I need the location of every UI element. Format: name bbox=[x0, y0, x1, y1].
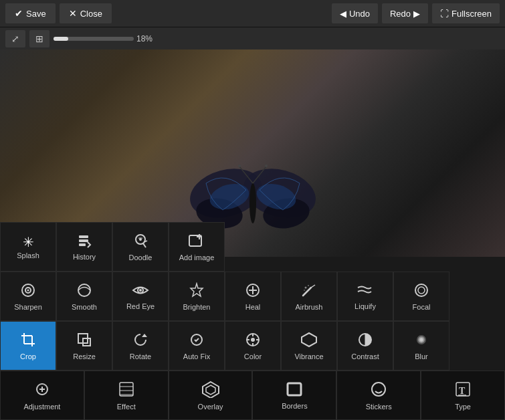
svg-point-22 bbox=[27, 289, 29, 291]
svg-marker-64 bbox=[203, 382, 219, 398]
view-actual-button[interactable]: ⊞ bbox=[29, 30, 49, 47]
type-label: Type bbox=[455, 403, 471, 411]
zoom-slider[interactable] bbox=[54, 37, 134, 41]
tool-auto-fix[interactable]: Auto Fix bbox=[169, 321, 225, 371]
auto-fix-icon bbox=[189, 332, 205, 350]
tool-brighten[interactable]: Brighten bbox=[169, 272, 225, 321]
rotate-icon bbox=[132, 332, 148, 350]
sharpen-label: Sharpen bbox=[14, 303, 42, 311]
top-toolbar: ✔ Save ✕ Close ◀ Undo Redo ▶ ⛶ Fullscree… bbox=[0, 0, 505, 27]
resize-label: Resize bbox=[73, 352, 96, 360]
svg-line-30 bbox=[303, 288, 311, 296]
svg-text:T: T bbox=[459, 386, 466, 396]
tool-smooth[interactable]: Smooth bbox=[56, 272, 112, 321]
actual-size-icon: ⊞ bbox=[35, 33, 43, 44]
tool-sharpen[interactable]: Sharpen bbox=[0, 272, 56, 321]
svg-point-32 bbox=[305, 286, 307, 288]
tool-focal[interactable]: Focal bbox=[393, 272, 449, 321]
save-button[interactable]: ✔ Save bbox=[5, 3, 56, 23]
check-icon: ✔ bbox=[15, 8, 23, 19]
svg-point-56 bbox=[421, 338, 423, 340]
close-label: Close bbox=[80, 9, 102, 19]
splash-icon: ✳ bbox=[23, 235, 34, 249]
stickers-label: Stickers bbox=[366, 403, 392, 411]
undo-label: Undo bbox=[349, 9, 370, 19]
tool-red-eye[interactable]: Red Eye bbox=[112, 272, 169, 321]
history-icon bbox=[76, 233, 92, 251]
sharpen-icon bbox=[20, 282, 36, 301]
svg-marker-43 bbox=[142, 334, 147, 337]
blur-icon bbox=[413, 332, 429, 350]
adjustment-label: Adjustment bbox=[23, 403, 60, 411]
tool-history[interactable]: History bbox=[56, 222, 112, 272]
close-icon: ✕ bbox=[69, 8, 77, 19]
tool-splash[interactable]: ✳ Splash bbox=[0, 222, 56, 272]
view-fit-button[interactable]: ⤢ bbox=[5, 30, 25, 47]
svg-rect-12 bbox=[79, 239, 88, 242]
save-label: Save bbox=[26, 9, 46, 19]
tool-crop[interactable]: Crop bbox=[0, 321, 56, 371]
close-button[interactable]: ✕ Close bbox=[60, 3, 112, 23]
tools-wrapper: ✳ Splash History bbox=[0, 222, 505, 420]
resize-icon bbox=[76, 332, 92, 350]
fit-icon: ⤢ bbox=[11, 33, 19, 44]
history-label: History bbox=[73, 253, 96, 261]
vibrance-label: Vibrance bbox=[294, 352, 323, 360]
smooth-icon bbox=[76, 282, 92, 301]
tool-vibrance[interactable]: Vibrance bbox=[281, 321, 337, 371]
tool-color[interactable]: Color bbox=[225, 321, 281, 371]
liquify-label: Liquify bbox=[355, 302, 376, 310]
tool-adjustment[interactable]: Adjustment bbox=[0, 371, 84, 420]
redo-button[interactable]: Redo ▶ bbox=[382, 3, 428, 23]
tool-contrast[interactable]: Contrast bbox=[337, 321, 393, 371]
tool-heal[interactable]: Heal bbox=[225, 272, 281, 321]
tool-add-image[interactable]: Add image bbox=[169, 222, 225, 272]
svg-rect-60 bbox=[120, 383, 133, 396]
tool-borders[interactable]: Borders bbox=[252, 371, 336, 420]
fullscreen-icon: ⛶ bbox=[440, 9, 449, 19]
fullscreen-button[interactable]: ⛶ Fullscreen bbox=[432, 3, 500, 23]
doodle-icon bbox=[132, 233, 148, 251]
tool-stickers[interactable]: Stickers bbox=[336, 371, 421, 420]
tool-resize[interactable]: Resize bbox=[56, 321, 112, 371]
overlay-label: Overlay bbox=[198, 403, 223, 411]
svg-point-9 bbox=[238, 165, 241, 167]
tool-effect[interactable]: Effect bbox=[84, 371, 169, 420]
tool-airbrush[interactable]: Airbrush bbox=[281, 272, 337, 321]
effect-icon bbox=[118, 381, 135, 401]
tool-overlay[interactable]: Overlay bbox=[169, 371, 253, 420]
tool-doodle[interactable]: Doodle bbox=[112, 222, 169, 272]
redo-label: Redo bbox=[390, 9, 411, 19]
zoom-slider-container: 18% bbox=[54, 34, 153, 43]
heal-icon bbox=[245, 282, 261, 301]
borders-label: Borders bbox=[282, 402, 308, 410]
crop-icon bbox=[20, 332, 36, 350]
fullscreen-label: Fullscreen bbox=[451, 9, 492, 19]
undo-arrow-icon: ◀ bbox=[340, 9, 346, 19]
contrast-label: Contrast bbox=[351, 352, 379, 360]
tool-blur[interactable]: Blur bbox=[393, 321, 449, 371]
svg-point-34 bbox=[304, 290, 305, 291]
overlay-icon bbox=[201, 381, 220, 401]
effect-label: Effect bbox=[117, 403, 136, 411]
tool-liquify[interactable]: Liquify bbox=[337, 272, 393, 321]
svg-rect-66 bbox=[288, 383, 301, 395]
contrast-icon bbox=[357, 332, 373, 350]
stickers-icon bbox=[370, 381, 387, 401]
type-icon: T bbox=[454, 381, 472, 401]
svg-point-23 bbox=[78, 284, 90, 296]
svg-point-15 bbox=[139, 238, 142, 241]
tool-rotate[interactable]: Rotate bbox=[112, 321, 169, 371]
tool-type[interactable]: T Type bbox=[421, 371, 505, 420]
tools-row-3: Crop Resize Rotate bbox=[0, 321, 505, 371]
add-image-label: Add image bbox=[179, 253, 215, 261]
zoom-label: 18% bbox=[136, 34, 153, 43]
svg-point-33 bbox=[308, 285, 309, 286]
color-icon bbox=[245, 332, 261, 350]
red-eye-icon bbox=[132, 283, 149, 300]
svg-point-35 bbox=[415, 284, 427, 296]
undo-button[interactable]: ◀ Undo bbox=[332, 3, 378, 23]
svg-line-31 bbox=[311, 285, 315, 288]
svg-marker-50 bbox=[302, 333, 316, 346]
redo-arrow-icon: ▶ bbox=[413, 9, 420, 19]
